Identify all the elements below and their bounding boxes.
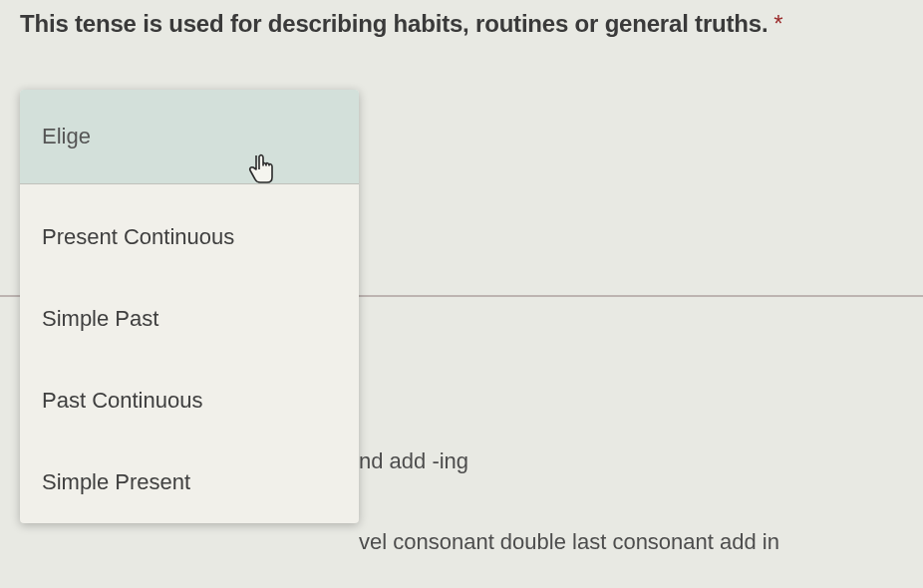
background-text-line-2: vel consonant double last consonant add … — [359, 529, 779, 555]
dropdown-option-present-continuous[interactable]: Present Continuous — [20, 184, 359, 278]
dropdown-option-past-continuous[interactable]: Past Continuous — [20, 360, 359, 441]
dropdown-option-simple-present[interactable]: Simple Present — [20, 441, 359, 523]
dropdown-option-simple-past[interactable]: Simple Past — [20, 278, 359, 360]
question-text: This tense is used for describing habits… — [20, 10, 768, 38]
tense-dropdown[interactable]: Elige Present Continuous Simple Past Pas… — [20, 90, 359, 523]
background-text-line-1: nd add -ing — [359, 448, 468, 474]
required-asterisk: * — [773, 10, 782, 38]
question-row: This tense is used for describing habits… — [20, 10, 903, 38]
dropdown-placeholder-option[interactable]: Elige — [20, 90, 359, 184]
